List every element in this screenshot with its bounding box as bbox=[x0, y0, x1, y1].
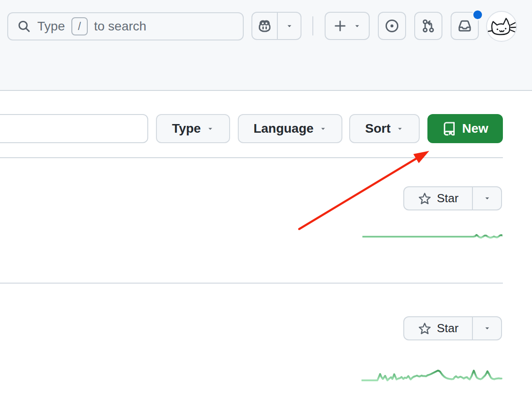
sort-filter-button[interactable]: Sort bbox=[349, 114, 420, 143]
activity-sparkline-repo-1 bbox=[362, 229, 502, 245]
copilot-button[interactable] bbox=[252, 13, 277, 39]
activity-sparkline-repo-2 bbox=[361, 366, 502, 384]
issues-button[interactable] bbox=[378, 12, 406, 40]
language-filter-button[interactable]: Language bbox=[238, 114, 342, 143]
slash-keycap: / bbox=[71, 17, 88, 35]
language-filter-label: Language bbox=[253, 121, 313, 136]
inbox-icon bbox=[457, 19, 472, 33]
find-repository-input[interactable] bbox=[0, 114, 148, 143]
copilot-menu-button[interactable] bbox=[278, 13, 301, 39]
notification-dot bbox=[472, 9, 483, 20]
chevron-down-icon bbox=[396, 125, 404, 133]
pull-requests-button[interactable] bbox=[414, 12, 442, 40]
global-search-input[interactable]: Type / to search bbox=[7, 12, 244, 40]
create-new-menu-button[interactable] bbox=[325, 12, 370, 40]
star-menu-button[interactable] bbox=[472, 317, 501, 339]
chevron-down-icon bbox=[353, 22, 361, 30]
star-icon bbox=[418, 192, 432, 205]
repo-list-top-border bbox=[0, 157, 503, 158]
chevron-down-icon bbox=[319, 125, 327, 133]
search-placeholder-prefix: Type bbox=[37, 19, 65, 34]
header-divider bbox=[312, 16, 313, 35]
star-menu-button[interactable] bbox=[472, 187, 501, 209]
chevron-down-icon bbox=[206, 125, 214, 133]
chevron-down-icon bbox=[286, 22, 293, 30]
issue-opened-icon bbox=[385, 19, 399, 33]
star-button-label: Star bbox=[437, 191, 459, 205]
star-button[interactable]: Star bbox=[404, 317, 472, 339]
search-icon bbox=[17, 20, 31, 33]
repo-row-divider bbox=[0, 283, 503, 284]
sort-filter-label: Sort bbox=[365, 121, 391, 136]
new-repository-label: New bbox=[462, 121, 488, 136]
type-filter-label: Type bbox=[172, 121, 201, 136]
copilot-icon bbox=[257, 19, 272, 33]
type-filter-button[interactable]: Type bbox=[156, 114, 230, 143]
git-pull-request-icon bbox=[421, 19, 436, 33]
star-split-button-repo-2: Star bbox=[403, 316, 502, 340]
star-button-label: Star bbox=[437, 321, 459, 335]
chevron-down-icon bbox=[483, 324, 491, 332]
avatar[interactable] bbox=[486, 11, 517, 42]
chevron-down-icon bbox=[483, 195, 491, 202]
star-split-button-repo-1: Star bbox=[403, 186, 502, 210]
plus-icon bbox=[333, 19, 347, 33]
star-button[interactable]: Star bbox=[404, 187, 472, 209]
search-placeholder-suffix: to search bbox=[94, 19, 146, 34]
copilot-split-button bbox=[251, 12, 301, 40]
star-icon bbox=[418, 322, 432, 335]
new-repository-button[interactable]: New bbox=[427, 114, 503, 143]
repo-icon bbox=[442, 121, 457, 136]
global-header: Type / to search bbox=[0, 0, 532, 91]
github-repositories-page: Type / to search bbox=[0, 0, 532, 409]
cat-avatar-drawing bbox=[487, 12, 516, 41]
